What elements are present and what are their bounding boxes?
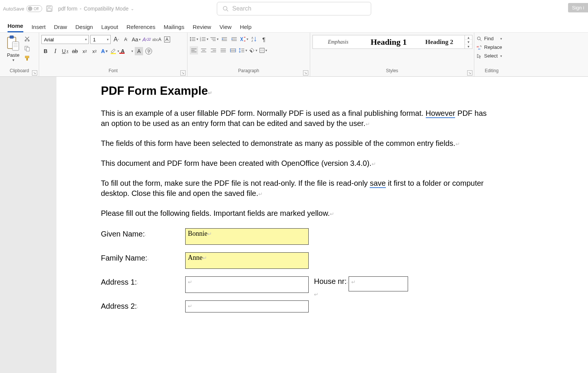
group-styles: Emphasis Heading 1 Heading 2 ▴ ▾ ▾ Style… — [310, 33, 474, 76]
superscript-button[interactable]: x2 — [90, 47, 99, 55]
bold-button[interactable]: B — [41, 47, 50, 55]
tab-view[interactable]: View — [219, 24, 232, 32]
svg-rect-14 — [26, 47, 29, 51]
tab-mailings[interactable]: Mailings — [164, 24, 184, 32]
line-spacing-icon[interactable] — [239, 46, 247, 55]
increase-indent-icon[interactable] — [230, 35, 238, 43]
style-emphasis[interactable]: Emphasis — [313, 35, 363, 49]
group-label-font: Font↘ — [39, 68, 187, 76]
decrease-indent-icon[interactable] — [220, 35, 228, 43]
doc-paragraph-2: The fields of this form have been select… — [101, 138, 492, 149]
signin-button[interactable]: Sign i — [568, 3, 588, 12]
search-input[interactable]: Search — [217, 2, 371, 15]
phonetic-guide-icon[interactable]: abcA — [152, 35, 161, 44]
styles-expand[interactable]: ▾ — [465, 44, 472, 49]
svg-point-23 — [190, 40, 191, 41]
char-shading-icon[interactable]: A — [135, 47, 143, 55]
doc-mode: Compatibility Mode — [84, 6, 128, 12]
text-effects-icon[interactable]: A — [100, 47, 108, 55]
document-page[interactable]: PDF Form Example↵ This is an example of … — [56, 77, 588, 373]
tab-design[interactable]: Design — [75, 24, 93, 32]
copy-icon[interactable] — [24, 45, 30, 52]
title-bar: AutoSave Off pdf form - Compatibility Mo… — [0, 0, 588, 17]
styles-scroll-down[interactable]: ▾ — [465, 40, 472, 44]
svg-rect-6 — [10, 36, 14, 38]
change-case-icon[interactable]: Aa — [132, 35, 141, 44]
paragraph-launcher[interactable]: ↘ — [303, 70, 308, 76]
search-icon — [222, 6, 228, 12]
find-button[interactable]: Find ▾ — [477, 36, 502, 41]
format-painter-icon[interactable] — [24, 55, 30, 61]
font-size-combo[interactable]: 1▾ — [90, 35, 111, 44]
document-canvas: PDF Form Example↵ This is an example of … — [0, 77, 588, 373]
subscript-button[interactable]: x2 — [81, 47, 89, 55]
given-name-field[interactable]: Bonnie↵ — [185, 228, 309, 245]
family-name-field[interactable]: Anne↵ — [185, 252, 309, 269]
strike-button[interactable]: ab — [71, 47, 79, 55]
enclose-char-icon[interactable]: 字 — [145, 47, 153, 55]
paste-button[interactable]: Paste ▾ — [2, 34, 24, 62]
document-title[interactable]: pdf form - Compatibility Mode ⌄ — [58, 6, 134, 12]
svg-rect-16 — [26, 58, 28, 61]
numbering-icon[interactable]: 123 — [200, 35, 209, 43]
tab-home[interactable]: Home — [8, 23, 23, 32]
align-center-icon[interactable] — [200, 46, 208, 55]
clipboard-launcher[interactable]: ↘ — [32, 70, 37, 76]
italic-button[interactable]: I — [51, 47, 59, 55]
svg-line-66 — [480, 39, 481, 41]
replace-label: Replace — [484, 44, 502, 50]
underline-button[interactable]: U — [61, 47, 69, 55]
borders-icon[interactable] — [259, 46, 267, 55]
chevron-down-icon: ⌄ — [131, 6, 134, 11]
tab-insert[interactable]: Insert — [32, 24, 46, 32]
form-section: Given Name:‹ Bonnie↵ Family Name:‹ Anne↵… — [101, 228, 565, 312]
shrink-font-icon[interactable]: Aˇ — [122, 35, 130, 44]
style-heading2[interactable]: Heading 2 — [414, 35, 465, 49]
sort-icon[interactable]: AZ — [250, 35, 258, 43]
address2-field[interactable]: ↵ — [185, 300, 309, 312]
clear-formatting-icon[interactable]: A⌫ — [142, 35, 151, 44]
style-heading1[interactable]: Heading 1 — [363, 35, 414, 49]
tab-help[interactable]: Help — [240, 24, 251, 32]
font-color-icon[interactable]: A — [121, 47, 133, 55]
svg-text:3: 3 — [200, 39, 201, 42]
multilevel-list-icon[interactable] — [210, 35, 219, 43]
replace-button[interactable]: abac Replace — [477, 44, 502, 50]
cut-icon[interactable] — [24, 36, 30, 42]
grow-font-icon[interactable]: A^ — [112, 35, 120, 44]
save-icon[interactable] — [46, 5, 53, 12]
highlight-color-icon[interactable] — [110, 47, 119, 55]
align-left-icon[interactable] — [190, 46, 198, 55]
font-launcher[interactable]: ↘ — [180, 70, 186, 76]
autosave-toggle[interactable]: Off — [26, 5, 42, 12]
house-nr-field[interactable]: ↵ — [349, 276, 408, 291]
title-separator: - — [80, 6, 82, 12]
autosave-control[interactable]: AutoSave Off — [3, 5, 42, 12]
bullets-icon[interactable] — [190, 35, 198, 43]
tab-layout[interactable]: Layout — [101, 24, 118, 32]
align-right-icon[interactable] — [209, 46, 218, 55]
styles-scroll-up[interactable]: ▴ — [465, 35, 472, 40]
address1-label: Address 1:‹ — [101, 276, 185, 287]
select-button[interactable]: Select ▾ — [477, 53, 502, 59]
svg-rect-7 — [12, 42, 19, 50]
styles-launcher[interactable]: ↘ — [467, 70, 472, 76]
group-label-clipboard: Clipboard↘ — [0, 68, 39, 76]
distributed-icon[interactable] — [229, 46, 237, 55]
tab-draw[interactable]: Draw — [54, 24, 67, 32]
paste-dropdown-icon[interactable]: ▾ — [12, 58, 14, 62]
show-marks-icon[interactable]: ¶ — [260, 35, 268, 43]
svg-point-65 — [477, 37, 480, 40]
font-size-value: 1 — [93, 37, 96, 42]
shading-icon[interactable] — [249, 46, 257, 55]
tab-references[interactable]: References — [126, 24, 155, 32]
group-font: Arial▾ 1▾ A^ Aˇ Aa A⌫ abcA A B I U ab x2… — [39, 33, 187, 76]
address1-field[interactable]: ↵ — [185, 276, 309, 293]
char-border-icon[interactable]: A — [163, 35, 171, 44]
asian-layout-icon[interactable] — [240, 35, 248, 43]
justify-icon[interactable] — [219, 46, 227, 55]
font-name-combo[interactable]: Arial▾ — [41, 35, 89, 44]
autosave-label: AutoSave — [3, 6, 24, 12]
svg-rect-17 — [111, 53, 116, 54]
tab-review[interactable]: Review — [193, 24, 211, 32]
